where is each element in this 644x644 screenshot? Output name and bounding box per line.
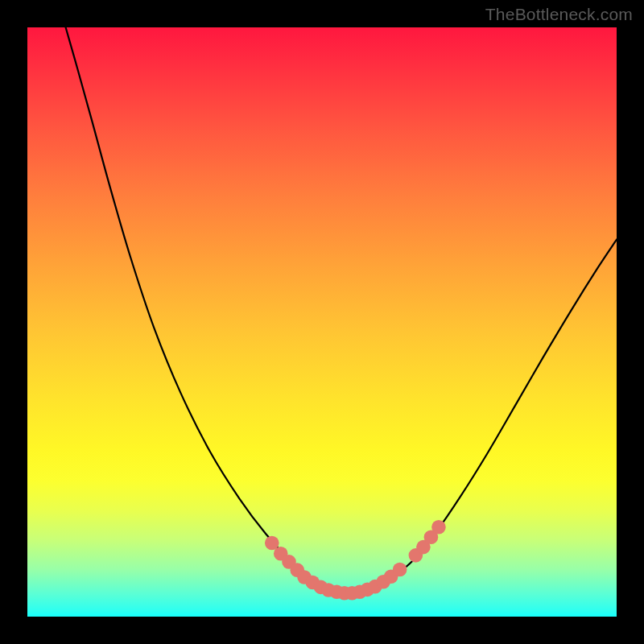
chart-svg <box>27 27 617 617</box>
chart-markers <box>265 520 446 601</box>
chart-marker-dot <box>431 520 446 535</box>
chart-curve <box>66 27 617 592</box>
watermark-text: TheBottleneck.com <box>485 5 633 24</box>
chart-plot-area <box>27 27 617 617</box>
chart-marker-dot <box>393 563 407 577</box>
chart-frame <box>0 0 644 644</box>
